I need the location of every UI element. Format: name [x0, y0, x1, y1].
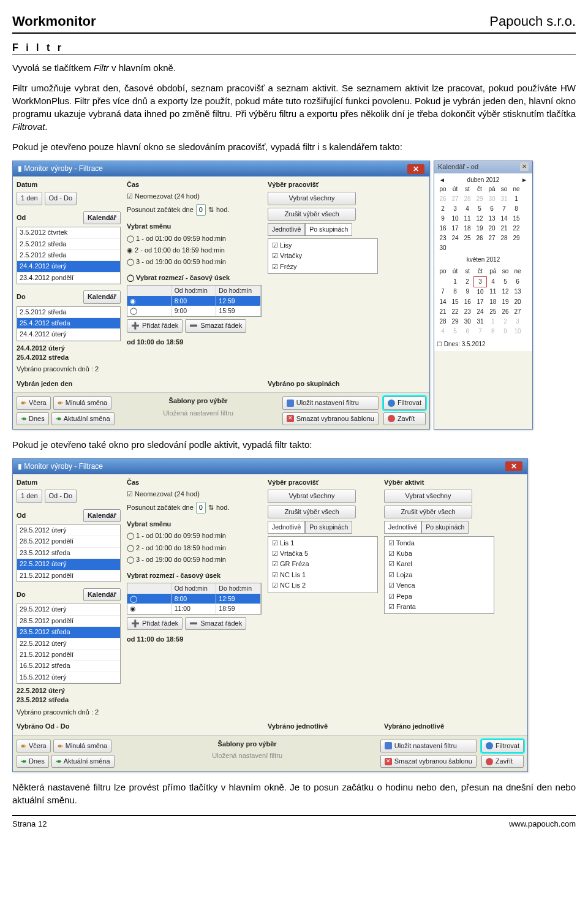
close-icon[interactable]: ✕ — [407, 164, 424, 174]
status-pracoviste: Vybráno po skupinách — [268, 379, 378, 388]
prac-checklist[interactable]: Lis 1Vrtačka 5GR FrézaNC Lis 1NC Lis 2 — [268, 536, 378, 593]
smena-radio[interactable]: 3 - od 19:00 do 00:59 hod:min — [127, 555, 262, 564]
section-title: F i l t r — [12, 41, 576, 55]
save-icon — [287, 400, 294, 407]
label-cas: Čas — [127, 180, 262, 189]
close-icon — [388, 415, 395, 422]
zavrit-button[interactable]: Zavřít — [383, 412, 426, 425]
do-list[interactable]: 2.5.2012 středa25.4.2012 středa24.4.2012… — [17, 306, 121, 341]
prev-month-icon[interactable]: ◄ — [439, 176, 445, 184]
minula-button[interactable]: ↞ Minulá směna — [53, 740, 111, 752]
vcera-button[interactable]: ↞ Včera — [17, 740, 51, 752]
vcera-button[interactable]: ↞ Včera — [17, 396, 51, 409]
calendar-window: Kalendář - od✕ ◄duben 2012► poútstčtpáso… — [434, 161, 533, 430]
neomez-check[interactable]: Neomezovat (24 hod) — [127, 490, 262, 499]
od-list[interactable]: 29.5.2012 úterý28.5.2012 pondělí23.5.201… — [17, 525, 121, 582]
aktualni-button[interactable]: ↠ Aktuální směna — [51, 755, 115, 768]
paragraph-5: Některá nastavené filtru lze provést pří… — [12, 781, 576, 806]
delete-template-button[interactable]: Smazat vybranou šablonu — [380, 755, 477, 768]
deselect-all-button[interactable]: Zrušit výběr všech — [268, 208, 356, 221]
delete-icon — [385, 758, 392, 765]
dnes-button[interactable]: ↠ Dnes — [17, 412, 49, 425]
label-datum: Datum — [17, 180, 121, 189]
oddo-button[interactable]: Od - Do — [45, 192, 77, 205]
del-row-button[interactable]: ➖ Smazat řádek — [185, 617, 246, 630]
header-left: Workmonitor — [12, 12, 96, 31]
neomez-check[interactable]: Neomezovat (24 hod) — [127, 192, 262, 201]
select-all-button[interactable]: Vybrat všechny — [384, 490, 472, 502]
od-list[interactable]: 3.5.2012 čtvrtek2.5.2012 středa2.5.2012 … — [17, 227, 121, 284]
aktualni-button[interactable]: ↠ Aktuální směna — [51, 412, 115, 425]
filtrovat-button[interactable]: Filtrovat — [383, 396, 426, 409]
time-table[interactable]: Od hod:minDo hod:min ◉8:0012:59 ◯9:0015:… — [127, 285, 262, 317]
groups-checklist[interactable]: Lisy Vrtačky Frézy — [268, 238, 378, 274]
save-filter-button[interactable]: Uložit nastavení filtru — [282, 396, 379, 409]
calendar-grid-1[interactable]: poútstčtpásone 2627282930311 2345678 910… — [437, 184, 522, 253]
dnes-button[interactable]: ↠ Dnes — [17, 755, 49, 768]
smena-radio[interactable]: 2 - od 10:00 do 18:59 hod:min — [127, 246, 262, 255]
status-datum: Vybrán jeden den — [17, 379, 121, 388]
smena-radio[interactable]: 2 - od 10:00 do 18:59 hod:min — [127, 544, 262, 553]
filtrovat-button[interactable]: Filtrovat — [481, 740, 524, 752]
calendar-button[interactable]: Kalendář — [83, 290, 121, 303]
oneday-button[interactable]: 1 den — [17, 192, 42, 205]
zavrit-button[interactable]: Zavřít — [481, 755, 524, 768]
next-month-icon[interactable]: ► — [521, 176, 527, 184]
select-all-button[interactable]: Vybrat všechny — [268, 192, 356, 205]
posun-input[interactable]: 0 — [196, 204, 206, 216]
akt-checklist[interactable]: TondaKubaKarelLojzaVencaPepaFranta — [384, 536, 494, 615]
calendar-grid-2[interactable]: poútstčtpásone 123456 78910111213 141516… — [437, 267, 524, 336]
oneday-button[interactable]: 1 den — [17, 490, 42, 502]
oddo-button[interactable]: Od - Do — [45, 490, 77, 502]
save-filter-button[interactable]: Uložit nastavení filtru — [380, 740, 477, 752]
label-pracoviste: Výběr pracovišť — [268, 180, 378, 189]
calendar-button[interactable]: Kalendář — [83, 211, 121, 224]
smena-radio[interactable]: 1 - od 01:00 do 09:59 hod:min — [127, 531, 262, 540]
delete-icon — [287, 415, 294, 422]
delete-template-button[interactable]: Smazat vybranou šablonu — [282, 412, 379, 425]
add-row-button[interactable]: ➕ Přidat řádek — [127, 319, 183, 332]
deselect-all-button[interactable]: Zrušit výběr všech — [268, 506, 356, 518]
del-row-button[interactable]: ➖ Smazat řádek — [185, 319, 246, 332]
smena-radio[interactable]: 3 - od 19:00 do 00:59 hod:min — [127, 257, 262, 267]
posun-input[interactable]: 0 — [196, 502, 206, 513]
do-list[interactable]: 29.5.2012 úterý28.5.2012 pondělí23.5.201… — [17, 604, 121, 684]
paragraph-2: Filtr umožňuje vybrat den, časové období… — [12, 81, 576, 133]
close-icon[interactable]: ✕ — [520, 162, 529, 171]
minula-button[interactable]: ↞ Minulá směna — [53, 396, 111, 409]
filter-window-2: ▮ Monitor výroby - Filtrace✕ Datum 1 den… — [12, 458, 528, 772]
close-icon — [486, 758, 493, 765]
calendar-button[interactable]: Kalendář — [83, 509, 121, 522]
page-footer: Strana 12 www.papouch.com — [12, 815, 576, 830]
status-cas: od 10:00 do 18:59 — [127, 338, 262, 347]
page-header: Workmonitor Papouch s.r.o. — [12, 12, 576, 34]
paragraph-1: Vyvolá se tlačítkem Filtr v hlavním okně… — [12, 61, 576, 74]
time-table[interactable]: Od hod:minDo hod:min ◯8:0012:59 ◉11:0018… — [127, 583, 262, 615]
save-icon — [385, 742, 392, 749]
smena-radio[interactable]: 1 - od 01:00 do 09:59 hod:min — [127, 234, 262, 243]
select-all-button[interactable]: Vybrat všechny — [268, 490, 356, 502]
add-row-button[interactable]: ➕ Přidat řádek — [127, 617, 183, 630]
filter-icon — [388, 400, 395, 407]
filter-window-1: ▮ Monitor výroby - Filtrace ✕ Datum 1 de… — [12, 161, 430, 430]
filter-icon — [486, 742, 493, 749]
paragraph-3: Pokud je otevřeno pouze hlavní okno se s… — [12, 140, 576, 153]
tabs[interactable]: JednotlivěPo skupinách — [268, 223, 378, 236]
window-title: ▮ Monitor výroby - Filtrace ✕ — [13, 161, 429, 176]
close-icon[interactable]: ✕ — [505, 461, 522, 471]
deselect-all-button[interactable]: Zrušit výběr všech — [384, 506, 472, 518]
paragraph-4: Pokud je otevřeno také okno pro sledován… — [12, 438, 576, 451]
header-right: Papouch s.r.o. — [489, 12, 576, 31]
calendar-button[interactable]: Kalendář — [83, 588, 121, 601]
